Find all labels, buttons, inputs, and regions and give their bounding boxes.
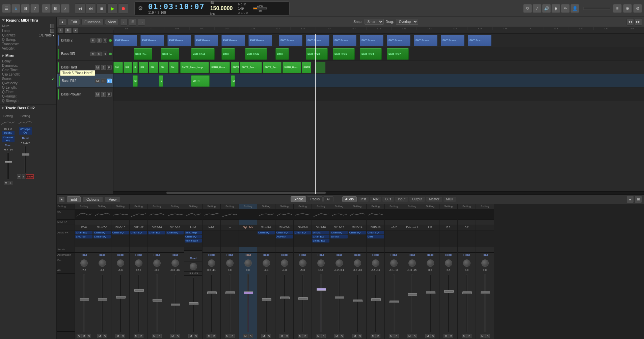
clip-bassf34[interactable]: Bass F#.34 — [360, 48, 382, 60]
pan-knob-17[interactable] — [372, 259, 379, 267]
sync-btn[interactable]: ↻ — [523, 4, 532, 13]
pan-knob-9[interactable] — [226, 259, 234, 267]
auto-read-17[interactable]: Read — [367, 253, 384, 258]
clip-bassf37[interactable]: Bass F#.37 — [387, 48, 409, 60]
mute-btn-right[interactable]: M — [17, 174, 21, 179]
track-h-btn[interactable]: H — [65, 28, 72, 33]
pan-knob-16[interactable] — [354, 259, 361, 267]
pan-knob-21[interactable] — [445, 259, 452, 267]
auto-read-11[interactable]: Read — [257, 253, 275, 258]
track-row-basshard[interactable]: Bass Hard M S R Track 5 "Bass Hard" — [57, 61, 113, 74]
piano-btn[interactable]: ♪ — [61, 4, 70, 13]
clip-phtbrass-5[interactable]: PHT Brass — [221, 35, 245, 46]
solo-bassfill2[interactable]: S — [101, 79, 106, 83]
pan-knob-23[interactable] — [481, 259, 489, 267]
inst-tab[interactable]: Inst — [357, 196, 369, 202]
fader-17[interactable] — [375, 274, 376, 332]
read-brass2[interactable]: R — [103, 38, 108, 43]
solo-btn-right[interactable]: S — [22, 174, 25, 179]
fader-22[interactable] — [466, 274, 467, 332]
clip-sm4[interactable]: SM — [139, 62, 148, 73]
track-row-brass2[interactable]: Brass 2 M S R — [57, 34, 113, 47]
ch-s-1[interactable]: S — [77, 334, 81, 338]
record-btn[interactable]: ⏺ — [118, 3, 128, 13]
record-btn-right[interactable]: Bnce — [26, 174, 34, 179]
read-basshard[interactable]: R — [107, 65, 112, 70]
fader-13[interactable] — [302, 274, 303, 332]
clip-sm3[interactable]: S — [133, 62, 138, 73]
h-scroll-thumb[interactable] — [166, 192, 326, 194]
auto-read-12[interactable]: Read — [275, 253, 293, 258]
track-inspector-header[interactable]: Track: Bass Fill2 — [2, 106, 54, 110]
midi-tab[interactable]: MIDI — [443, 196, 456, 202]
clip-phtbrass-12[interactable]: PHT Brass — [414, 35, 437, 46]
auto-read-2[interactable]: Read — [93, 253, 111, 258]
auto-read-16[interactable]: Read — [348, 253, 366, 258]
pan-knob-4[interactable] — [135, 259, 142, 267]
fader-19[interactable] — [411, 274, 413, 332]
clip-phtbrass-2[interactable]: PHT Brass — [140, 35, 164, 46]
auto-read-20[interactable]: Read — [421, 253, 439, 258]
view-btn[interactable]: View — [105, 19, 119, 25]
fader-21[interactable] — [448, 274, 449, 332]
track-content-bassfill2[interactable]: SI S SMTR SI — [113, 74, 644, 88]
pan-knob-20[interactable] — [427, 259, 434, 267]
track-down-btn[interactable]: ▾ — [73, 28, 78, 33]
clip-phtbrass-9[interactable]: PHT Brass — [333, 35, 356, 46]
rewind-btn[interactable]: ⏮ — [75, 3, 85, 13]
clip-sm1[interactable]: SM — [113, 62, 123, 73]
clip-smtr2[interactable]: SMTR — [231, 62, 239, 73]
fader-6[interactable] — [175, 274, 176, 332]
zoom-btn[interactable]: ⊕ — [623, 4, 632, 13]
pan-knob-11[interactable] — [263, 259, 270, 267]
clip-smtr-bas2[interactable]: SMTR_Bas... — [240, 62, 262, 73]
input-tab[interactable]: Input — [395, 196, 408, 202]
mute-bassprowler[interactable]: M — [95, 92, 100, 97]
clip-phtbrass-11[interactable]: PHT Brass — [387, 35, 410, 46]
clip-phtbrass-13[interactable]: PHT Brass — [441, 35, 464, 46]
clip-bassf28[interactable]: Bass F#.28 — [306, 48, 328, 60]
drag-select[interactable]: Overlap X Fade Shuffle — [396, 19, 418, 25]
clip-smtr-bass[interactable]: SMTR_Bass... — [210, 62, 230, 73]
auto-read-6[interactable]: Read — [166, 253, 184, 258]
fader-23[interactable] — [484, 274, 486, 332]
track-row-bassfillr[interactable]: Bass fillR M S R — [57, 47, 113, 61]
view-mix-btn[interactable]: View — [105, 196, 120, 202]
auto-read-1[interactable]: Read — [75, 253, 93, 258]
clip-smtr-ba2[interactable]: SMTR_Bas... — [283, 62, 301, 73]
left-icon[interactable]: ← — [120, 18, 128, 26]
auto-read-21[interactable]: Read — [439, 253, 457, 258]
help-btn[interactable]: ? — [30, 4, 39, 13]
clip-bassf22[interactable]: Bass F#.22 — [245, 48, 267, 60]
pan-knob-5[interactable] — [153, 259, 161, 267]
solo-bassprowler[interactable]: S — [101, 92, 106, 97]
right-icon[interactable]: → — [138, 18, 145, 26]
clip-si2[interactable]: SI — [231, 75, 235, 87]
clip-phtbrass-6[interactable]: PHT Brass — [248, 35, 272, 46]
cycle-btn[interactable]: ⤢ — [533, 4, 541, 13]
track-content-bassprowler[interactable] — [113, 88, 644, 101]
auto-read-10[interactable]: Read — [239, 253, 257, 258]
fader-3[interactable] — [120, 274, 121, 332]
snap-select[interactable]: Smart Bar Beat — [365, 19, 384, 25]
auto-read-13[interactable]: Read — [294, 253, 312, 258]
mute-basshard[interactable]: M — [95, 65, 100, 70]
solo-brass2[interactable]: S — [97, 38, 101, 43]
output-tab[interactable]: Output — [409, 196, 425, 202]
lcd-btn[interactable]: ⊟ — [21, 4, 30, 13]
person-btn[interactable]: 👤 — [570, 4, 579, 13]
clip-smtr-ba[interactable]: SMTR_Ba... — [263, 62, 281, 73]
clip-phtbrass-4[interactable]: PHT Brass — [194, 35, 218, 46]
auto-read-15[interactable]: Read — [330, 253, 348, 258]
mixer-list-icon[interactable]: ≡ — [626, 196, 634, 203]
track-row-bassprowler[interactable]: Bass Prowler M S R — [57, 88, 113, 101]
clip-partial[interactable] — [315, 62, 325, 73]
nav-up-btn[interactable]: ▲ — [59, 18, 66, 26]
auto-read-14[interactable]: Read — [312, 253, 330, 258]
auto-read-4[interactable]: Read — [130, 253, 147, 258]
bus-tab[interactable]: Bus — [382, 196, 394, 202]
track-content-bassfillr[interactable]: Bass F#... Bass F... Bass F#.16 Bass Bas… — [113, 47, 644, 61]
pencil-btn[interactable]: ✏ — [561, 4, 570, 13]
auto-read-18[interactable]: Read — [385, 253, 403, 258]
clip-bassf1[interactable]: Bass F#... — [134, 48, 152, 60]
